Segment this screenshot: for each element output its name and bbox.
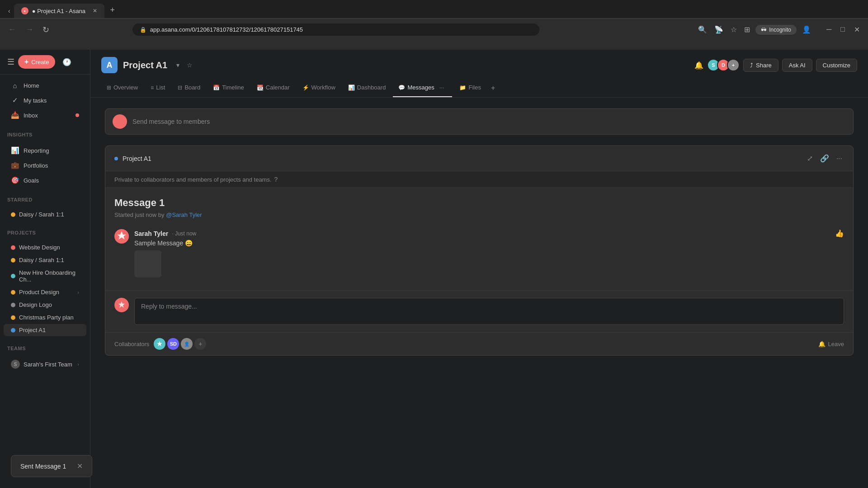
active-tab[interactable]: ● ● Project A1 - Asana ✕ (14, 4, 104, 18)
overview-icon: ⊞ (107, 84, 111, 91)
tab-workflow[interactable]: ⚡ Workflow (297, 80, 341, 95)
help-icon: ? (274, 176, 278, 183)
project-header: A Project A1 ▾ ☆ 🔔 S D + ⤴ Share (90, 50, 868, 98)
sidebar-item-daisy-sarah-2[interactable]: Daisy / Sarah 1:1 (4, 254, 86, 266)
reply-input[interactable]: Reply to message... (134, 298, 844, 325)
portfolios-icon: 💼 (11, 161, 19, 169)
askai-button[interactable]: Ask AI (782, 59, 812, 72)
compose-box[interactable]: Send message to members (105, 108, 854, 135)
cast-icon[interactable]: 📡 (712, 23, 725, 36)
more-options-icon[interactable]: ··· (835, 154, 844, 164)
toast-notification: Sent Message 1 ✕ (11, 455, 92, 477)
reply-box: Reply to message... (114, 298, 844, 325)
bookmark-icon[interactable]: ☆ (729, 23, 739, 36)
forward-button[interactable]: → (23, 23, 36, 36)
messages-area: Send message to members Project A1 ⤢ 🔗 ·… (90, 98, 868, 488)
sidebar-icon[interactable]: ⊞ (742, 23, 752, 36)
reply-avatar (114, 298, 129, 312)
create-plus-icon: + (24, 58, 28, 66)
project-dot (11, 290, 15, 295)
tab-files[interactable]: 📁 Files (454, 80, 486, 95)
board-icon: ⊟ (178, 84, 182, 91)
link-icon[interactable]: 🔗 (818, 153, 831, 164)
tab-more-icon[interactable]: ··· (437, 82, 447, 93)
message-content: Sarah Tyler · Just now 👍 Sample Message … (134, 229, 844, 277)
leave-button[interactable]: 🔔 Leave (818, 341, 844, 347)
profile-icon[interactable]: 👤 (800, 23, 813, 36)
tab-board[interactable]: ⊟ Board (172, 80, 206, 95)
thread-header: Project A1 ⤢ 🔗 ··· (105, 146, 853, 171)
sidebar-item-goals[interactable]: 🎯 Goals (4, 173, 86, 188)
member-avatars: S D + (710, 59, 740, 71)
expand-icon[interactable]: ⤢ (805, 153, 815, 164)
project-name: Project A1 (123, 60, 167, 70)
reload-button[interactable]: ↻ (40, 23, 52, 37)
share-button[interactable]: ⤴ Share (743, 59, 778, 72)
sidebar-item-project-a1[interactable]: Project A1 (4, 324, 86, 336)
tab-dashboard[interactable]: 📊 Dashboard (343, 80, 392, 95)
compose-placeholder: Send message to members (132, 118, 210, 125)
add-collaborator-button[interactable]: + (194, 338, 206, 350)
share-icon: ⤴ (750, 62, 753, 69)
projects-section-header: Projects (0, 225, 90, 237)
add-tab-button[interactable]: + (488, 82, 498, 94)
tasks-icon: ✓ (11, 96, 19, 104)
files-icon: 📁 (459, 84, 466, 91)
sidebar-item-home[interactable]: ⌂ Home (4, 79, 86, 93)
like-button[interactable]: 👍 (835, 229, 844, 238)
create-button[interactable]: + Create (18, 55, 55, 69)
new-tab-button[interactable]: + (106, 4, 119, 16)
back-button[interactable]: ← (5, 23, 19, 36)
privacy-text: Private to collaborators and members of … (114, 176, 272, 183)
customize-button[interactable]: Customize (816, 59, 857, 72)
clock-icon[interactable]: 🕐 (62, 58, 71, 66)
project-dot (11, 328, 15, 333)
address-bar[interactable]: 🔒 app.asana.com/0/1206178107812732/12061… (132, 23, 539, 36)
goals-icon: 🎯 (11, 176, 19, 184)
sidebar-item-christmas-party[interactable]: Christmas Party plan (4, 311, 86, 324)
incognito-icon: 🕶 (761, 27, 766, 33)
sidebar-item-new-hire[interactable]: New Hire Onboarding Ch... (4, 267, 86, 286)
maximize-button[interactable]: □ (838, 23, 848, 36)
calendar-icon: 📆 (257, 84, 264, 91)
star-icon[interactable]: ☆ (185, 61, 194, 70)
sidebar-item-product-design[interactable]: Product Design › (4, 286, 86, 298)
notification-icon[interactable]: 🔔 (692, 59, 706, 71)
thread-dot (114, 157, 118, 160)
hamburger-icon[interactable]: ☰ (7, 57, 14, 67)
tab-messages[interactable]: 💬 Messages ··· (393, 79, 452, 97)
starred-section-header: Starred (0, 192, 90, 204)
project-dot (11, 258, 15, 263)
collab-avatar-1 (154, 338, 165, 350)
author-link[interactable]: @Sarah Tyler (166, 211, 202, 218)
sidebar-item-reporting[interactable]: 📊 Reporting (4, 143, 86, 158)
minimize-button[interactable]: ─ (824, 23, 834, 36)
search-icon[interactable]: 🔍 (696, 23, 709, 36)
tab-timeline[interactable]: 📅 Timeline (208, 80, 250, 95)
sidebar-item-website-design[interactable]: Website Design (4, 241, 86, 253)
sidebar-item-portfolios[interactable]: 💼 Portfolios (4, 158, 86, 173)
teams-section-header: Teams (0, 340, 90, 353)
reply-box-wrap: Reply to message... (105, 290, 853, 332)
close-button[interactable]: ✕ (851, 23, 863, 36)
project-dot (11, 315, 15, 320)
tab-list[interactable]: ≡ List (145, 80, 170, 95)
message-title: Message 1 (114, 197, 844, 209)
message-avatar (114, 229, 129, 244)
tab-close-icon[interactable]: ✕ (93, 8, 97, 14)
toast-close-button[interactable]: ✕ (77, 462, 83, 470)
incognito-button[interactable]: 🕶 Incognito (755, 25, 797, 35)
tab-overview[interactable]: ⊞ Overview (101, 80, 143, 95)
tab-calendar[interactable]: 📆 Calendar (251, 80, 295, 95)
message-author: Sarah Tyler (134, 230, 168, 237)
sidebar-item-daisy-sarah[interactable]: Daisy / Sarah 1:1 (4, 208, 86, 221)
message-started: Started just now by @Sarah Tyler (114, 211, 844, 218)
sidebar-item-sarahs-team[interactable]: S Sarah's First Team › (4, 357, 86, 371)
sidebar-item-my-tasks[interactable]: ✓ My tasks (4, 93, 86, 108)
tab-nav-btn[interactable]: ‹ (5, 5, 14, 16)
home-icon: ⌂ (11, 82, 19, 89)
sidebar-item-inbox[interactable]: 📥 Inbox (4, 108, 86, 122)
url-text: app.asana.com/0/1206178107812732/1206178… (150, 26, 303, 33)
sidebar-item-design-logo[interactable]: Design Logo (4, 299, 86, 311)
dropdown-icon[interactable]: ▾ (175, 61, 181, 70)
